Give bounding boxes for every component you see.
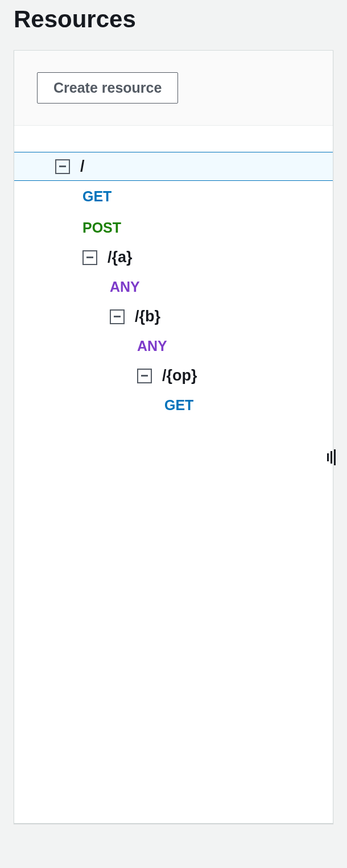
resource-a[interactable]: /{a} bbox=[14, 243, 333, 271]
method-get[interactable]: GET bbox=[14, 390, 333, 421]
panel-header: Create resource bbox=[14, 51, 333, 126]
resources-panel: Create resource / GET POST /{a} ANY /{b}… bbox=[14, 50, 333, 824]
resource-label: /{op} bbox=[162, 367, 197, 385]
collapse-icon[interactable] bbox=[82, 250, 97, 265]
collapse-icon[interactable] bbox=[110, 309, 125, 324]
resource-op[interactable]: /{op} bbox=[14, 362, 333, 390]
resize-handle-icon[interactable] bbox=[326, 449, 336, 466]
resource-b[interactable]: /{b} bbox=[14, 303, 333, 330]
resource-tree: / GET POST /{a} ANY /{b} ANY /{op} GET bbox=[14, 152, 333, 421]
collapse-icon[interactable] bbox=[55, 159, 70, 174]
resource-root[interactable]: / bbox=[14, 152, 333, 181]
tree-gap bbox=[14, 126, 333, 152]
page-title: Resources bbox=[0, 0, 347, 50]
resource-label: /{a} bbox=[108, 249, 133, 266]
method-any[interactable]: ANY bbox=[14, 330, 333, 362]
method-get[interactable]: GET bbox=[14, 181, 333, 212]
resource-label: /{b} bbox=[135, 308, 160, 325]
resource-label: / bbox=[80, 158, 85, 175]
method-post[interactable]: POST bbox=[14, 212, 333, 243]
collapse-icon[interactable] bbox=[137, 369, 152, 383]
create-resource-button[interactable]: Create resource bbox=[37, 72, 178, 104]
method-any[interactable]: ANY bbox=[14, 271, 333, 303]
